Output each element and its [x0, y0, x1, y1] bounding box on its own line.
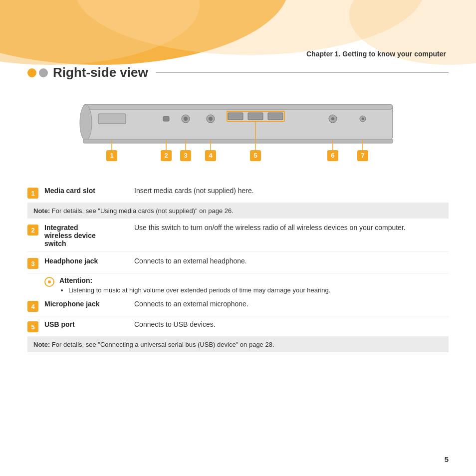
- svg-text:2: 2: [164, 152, 168, 159]
- section-title-row: Right-side view: [27, 65, 449, 80]
- desc-row-3: 3 Headphone jack Connects to an external…: [27, 252, 449, 273]
- badge-4: 4: [27, 301, 38, 312]
- attention-label: Attention:: [59, 276, 449, 284]
- svg-text:7: 7: [361, 152, 364, 159]
- term-5: USB port: [44, 320, 134, 328]
- attention-icon: [44, 277, 54, 287]
- badge-3: 3: [27, 258, 38, 269]
- svg-text:3: 3: [184, 152, 187, 159]
- badge-2: 2: [27, 225, 38, 236]
- term-3: Headphone jack: [44, 257, 134, 265]
- def-4: Connects to an external microphone.: [134, 300, 449, 308]
- term-2: Integratedwireless deviceswitch: [44, 224, 134, 247]
- note-row-1: Note: For details, see "Using media card…: [27, 203, 449, 219]
- attention-dot: [48, 280, 51, 283]
- title-dots: [27, 68, 48, 77]
- svg-rect-5: [83, 104, 393, 109]
- desc-row-1: 1 Media card slot Insert media cards (no…: [27, 183, 449, 203]
- page-number: 5: [445, 455, 449, 464]
- section-title: Right-side view: [53, 65, 148, 80]
- svg-point-12: [209, 117, 213, 121]
- note-text-1: Note: For details, see "Using media card…: [33, 207, 234, 215]
- svg-point-18: [331, 117, 334, 120]
- attention-content: Attention: Listening to music at high vo…: [59, 276, 449, 294]
- svg-rect-21: [83, 139, 393, 143]
- svg-text:4: 4: [209, 152, 213, 159]
- note-text-5: Note: For details, see "Connecting a uni…: [33, 341, 274, 348]
- svg-text:6: 6: [331, 152, 334, 159]
- svg-rect-14: [248, 113, 263, 120]
- note-row-5: Note: For details, see "Connecting a uni…: [27, 337, 449, 352]
- dot-gray: [39, 68, 48, 77]
- svg-text:5: 5: [253, 152, 257, 159]
- svg-rect-15: [268, 113, 283, 120]
- title-line: [156, 72, 449, 73]
- desc-row-2: 2 Integratedwireless deviceswitch Use th…: [27, 219, 449, 252]
- chapter-header: Chapter 1. Getting to know your computer: [306, 50, 446, 58]
- def-1: Insert media cards (not supplied) here.: [134, 187, 449, 195]
- svg-point-10: [184, 117, 188, 121]
- svg-rect-7: [98, 114, 126, 124]
- svg-rect-4: [83, 105, 393, 140]
- desc-row-4: 4 Microphone jack Connects to an externa…: [27, 297, 449, 316]
- badge-5: 5: [27, 321, 38, 332]
- svg-text:1: 1: [110, 152, 113, 159]
- attention-row: Attention: Listening to music at high vo…: [27, 273, 449, 297]
- description-table: 1 Media card slot Insert media cards (no…: [27, 183, 449, 352]
- svg-rect-13: [228, 113, 243, 120]
- svg-rect-8: [163, 116, 169, 121]
- attention-item-1: Listening to music at high volume over e…: [68, 286, 449, 294]
- def-3: Connects to an external headphone.: [134, 257, 449, 265]
- svg-point-6: [80, 105, 92, 141]
- attention-list: Listening to music at high volume over e…: [68, 286, 449, 294]
- def-2: Use this switch to turn on/off the wirel…: [134, 224, 449, 232]
- def-5: Connects to USB devices.: [134, 320, 449, 328]
- svg-point-20: [362, 118, 364, 120]
- laptop-diagram: 1 2 3 4 5 6 7: [68, 90, 408, 170]
- dot-orange: [27, 68, 36, 77]
- term-4: Microphone jack: [44, 300, 134, 308]
- desc-row-5: 5 USB port Connects to USB devices.: [27, 316, 449, 337]
- badge-1: 1: [27, 188, 38, 199]
- main-content: Right-side view: [27, 65, 449, 352]
- term-1: Media card slot: [44, 187, 134, 195]
